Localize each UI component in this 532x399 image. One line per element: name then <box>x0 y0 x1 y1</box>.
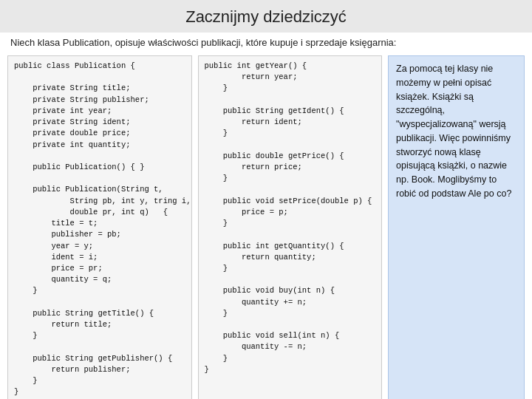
info-box: Za pomocą tej klasy nie możemy w pełni o… <box>388 55 525 399</box>
page-title: Zacznijmy dziedziczyć <box>0 0 532 33</box>
code-left: public class Publication { private Strin… <box>7 55 192 399</box>
subtitle: Niech klasa Publication, opisuje właściw… <box>0 33 532 52</box>
code-right: public int getYear() { return year; } pu… <box>198 55 383 399</box>
